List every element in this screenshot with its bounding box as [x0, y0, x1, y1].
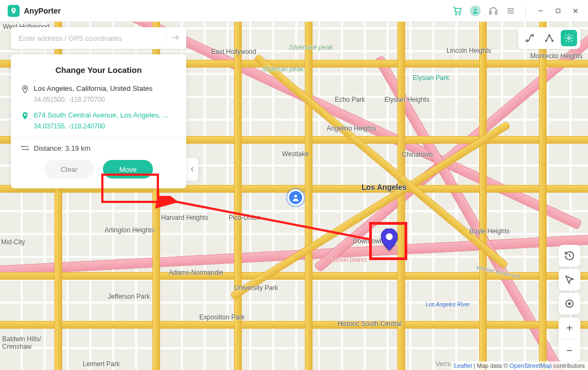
svg-rect-4	[495, 11, 497, 14]
map-label: Chinatown	[402, 151, 433, 158]
distance-text: Distance: 3.19 km	[34, 144, 90, 152]
target-address: 674 South Central Avenue, Los Angeles, .…	[34, 111, 169, 119]
svg-point-2	[474, 9, 476, 11]
map-label: Leimert Park	[83, 360, 120, 368]
map-label: Boyle Heights	[469, 227, 510, 235]
current-location: Los Angeles, California, United States 3…	[21, 84, 176, 103]
svg-point-23	[568, 37, 571, 40]
mode-toolbar	[518, 27, 580, 49]
current-address: Los Angeles, California, United States	[34, 84, 152, 92]
map-attribution: Leaflet | Map data © OpenStreetMap contr…	[451, 361, 588, 370]
pin-filled-icon	[21, 112, 29, 120]
pin-outline-icon	[21, 85, 29, 94]
mode-route-icon[interactable]	[522, 30, 538, 46]
history-button[interactable]	[559, 245, 580, 267]
svg-point-0	[456, 13, 457, 14]
current-coords: 34.051500, -118.270700	[34, 96, 176, 103]
zoom-out-button[interactable]: −	[559, 340, 580, 361]
recenter-button[interactable]	[559, 293, 580, 314]
svg-point-25	[568, 303, 570, 304]
target-location: 674 South Central Avenue, Los Angeles, .…	[21, 111, 176, 130]
app-name: AnyPorter	[24, 7, 61, 15]
map-label: Angelino Heights	[327, 125, 376, 132]
cursor-button[interactable]	[559, 269, 580, 291]
current-location-marker[interactable]	[287, 189, 304, 206]
location-panel: Change Your Location Los Angeles, Califo…	[11, 54, 186, 188]
search-go-icon[interactable]	[171, 33, 182, 44]
distance-row: Distance: 3.19 km	[21, 144, 176, 152]
cart-icon[interactable]	[452, 6, 462, 16]
search-bar	[11, 27, 186, 49]
svg-point-18	[526, 40, 528, 41]
map-label: Jefferson Park	[108, 293, 150, 300]
distance-icon	[21, 144, 29, 152]
panel-title: Change Your Location	[21, 65, 176, 75]
clear-button[interactable]: Clear	[44, 160, 94, 178]
map-label: Lincoln Heights	[446, 47, 491, 54]
map-label: Adams-Normandie	[169, 269, 223, 276]
map-label: Historic South-Central	[338, 320, 401, 328]
headset-icon[interactable]	[488, 6, 498, 16]
map-label: Silverlake peak	[289, 44, 333, 51]
svg-point-1	[459, 13, 460, 14]
menu-icon[interactable]	[506, 6, 516, 16]
map-label: Maltman peak	[262, 65, 303, 73]
move-button[interactable]: Move	[103, 160, 153, 178]
titlebar: AnyPorter	[0, 0, 588, 22]
window-close-button[interactable]	[571, 6, 580, 16]
map-label: Westlake	[282, 150, 309, 158]
map-label: Exposition Park	[199, 313, 244, 321]
app-logo	[8, 5, 20, 17]
map-label: Pico-Union	[229, 214, 261, 221]
map-label: Montecito Heights	[530, 52, 583, 60]
svg-point-19	[531, 34, 533, 36]
svg-rect-9	[556, 9, 560, 13]
svg-point-13	[24, 87, 26, 89]
svg-point-27	[386, 233, 393, 240]
map-label: Los Angeles	[362, 183, 407, 192]
osm-link[interactable]: OpenStreetMap	[510, 362, 552, 369]
map-label: Harvard Heights	[161, 214, 209, 221]
map-label: Elysian Heights	[384, 96, 430, 103]
target-location-marker[interactable]	[381, 229, 397, 250]
map-label: Mid-City	[1, 238, 25, 246]
map-label: Echo Park	[335, 96, 365, 103]
map-label: Elysian Park	[413, 74, 449, 82]
leaflet-link[interactable]: Leaflet	[454, 362, 472, 369]
mode-settings-icon[interactable]	[561, 30, 577, 46]
search-input[interactable]	[19, 34, 162, 42]
map-label: University Park	[234, 284, 278, 292]
mode-multipoint-icon[interactable]	[541, 30, 558, 46]
target-coords: 34.037155, -118.240700	[34, 122, 176, 130]
svg-point-26	[294, 195, 297, 198]
svg-rect-3	[489, 11, 491, 14]
map-label: Los Angeles River	[426, 301, 470, 307]
window-maximize-button[interactable]	[553, 6, 563, 16]
map-label: Fashion District	[329, 257, 366, 263]
zoom-in-button[interactable]: +	[559, 318, 580, 340]
window-minimize-button[interactable]	[536, 6, 546, 16]
map-label: Baldwin Hills/ Crenshaw	[2, 335, 41, 350]
map-label: Downtown	[353, 237, 383, 245]
avatar-icon[interactable]	[470, 5, 481, 16]
panel-collapse-button[interactable]	[186, 158, 198, 181]
zoom-control: + −	[559, 318, 580, 361]
map-label: East Hollywood	[211, 48, 256, 55]
map-label: Arlington Heights	[105, 226, 154, 234]
